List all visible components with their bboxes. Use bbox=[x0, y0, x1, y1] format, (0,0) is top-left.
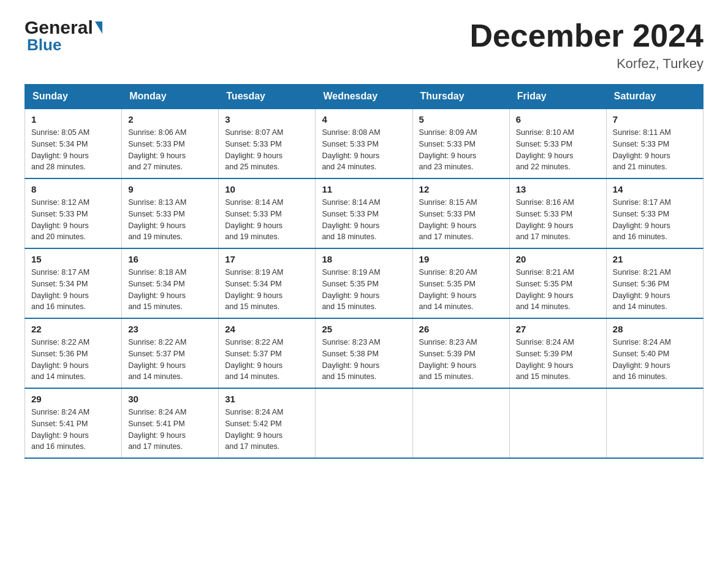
day-info: Sunrise: 8:22 AMSunset: 5:37 PMDaylight:… bbox=[225, 338, 283, 381]
day-number: 28 bbox=[613, 324, 697, 334]
month-title: December 2024 bbox=[469, 18, 703, 53]
day-number: 26 bbox=[419, 324, 503, 334]
calendar-cell bbox=[606, 388, 703, 458]
calendar-cell bbox=[509, 388, 606, 458]
header-tuesday: Tuesday bbox=[219, 85, 316, 109]
day-number: 20 bbox=[516, 254, 600, 264]
calendar-cell: 1 Sunrise: 8:05 AMSunset: 5:34 PMDayligh… bbox=[25, 109, 122, 178]
day-info: Sunrise: 8:18 AMSunset: 5:34 PMDaylight:… bbox=[128, 268, 186, 311]
day-number: 22 bbox=[31, 324, 115, 334]
day-info: Sunrise: 8:14 AMSunset: 5:33 PMDaylight:… bbox=[322, 198, 380, 241]
day-number: 1 bbox=[31, 114, 115, 124]
calendar-cell: 8 Sunrise: 8:12 AMSunset: 5:33 PMDayligh… bbox=[25, 178, 122, 248]
day-info: Sunrise: 8:24 AMSunset: 5:41 PMDaylight:… bbox=[31, 408, 89, 451]
day-info: Sunrise: 8:07 AMSunset: 5:33 PMDaylight:… bbox=[225, 128, 283, 171]
day-info: Sunrise: 8:24 AMSunset: 5:42 PMDaylight:… bbox=[225, 408, 283, 451]
page-header: General Blue December 2024 Korfez, Turke… bbox=[25, 18, 703, 72]
day-number: 24 bbox=[225, 324, 309, 334]
calendar-cell bbox=[316, 388, 412, 458]
calendar-week-3: 15 Sunrise: 8:17 AMSunset: 5:34 PMDaylig… bbox=[25, 248, 703, 318]
calendar-cell: 30 Sunrise: 8:24 AMSunset: 5:41 PMDaylig… bbox=[122, 388, 219, 458]
calendar-cell: 29 Sunrise: 8:24 AMSunset: 5:41 PMDaylig… bbox=[25, 388, 122, 458]
calendar-header: Sunday Monday Tuesday Wednesday Thursday… bbox=[25, 85, 703, 109]
calendar-cell: 5 Sunrise: 8:09 AMSunset: 5:33 PMDayligh… bbox=[412, 109, 509, 178]
calendar-cell bbox=[412, 388, 509, 458]
calendar-cell: 3 Sunrise: 8:07 AMSunset: 5:33 PMDayligh… bbox=[219, 109, 316, 178]
calendar-cell: 23 Sunrise: 8:22 AMSunset: 5:37 PMDaylig… bbox=[122, 318, 219, 388]
calendar-cell: 7 Sunrise: 8:11 AMSunset: 5:33 PMDayligh… bbox=[606, 109, 703, 178]
day-info: Sunrise: 8:11 AMSunset: 5:33 PMDaylight:… bbox=[613, 128, 671, 171]
calendar-cell: 21 Sunrise: 8:21 AMSunset: 5:36 PMDaylig… bbox=[606, 248, 703, 318]
calendar-cell: 2 Sunrise: 8:06 AMSunset: 5:33 PMDayligh… bbox=[122, 109, 219, 178]
calendar-cell: 28 Sunrise: 8:24 AMSunset: 5:40 PMDaylig… bbox=[606, 318, 703, 388]
day-number: 23 bbox=[128, 324, 212, 334]
day-info: Sunrise: 8:16 AMSunset: 5:33 PMDaylight:… bbox=[516, 198, 574, 241]
day-number: 6 bbox=[516, 114, 600, 124]
day-info: Sunrise: 8:13 AMSunset: 5:33 PMDaylight:… bbox=[128, 198, 186, 241]
day-number: 4 bbox=[322, 114, 406, 124]
calendar-cell: 10 Sunrise: 8:14 AMSunset: 5:33 PMDaylig… bbox=[219, 178, 316, 248]
title-section: December 2024 Korfez, Turkey bbox=[469, 18, 703, 72]
calendar-cell: 11 Sunrise: 8:14 AMSunset: 5:33 PMDaylig… bbox=[316, 178, 412, 248]
calendar-cell: 17 Sunrise: 8:19 AMSunset: 5:34 PMDaylig… bbox=[219, 248, 316, 318]
header-thursday: Thursday bbox=[412, 85, 509, 109]
day-info: Sunrise: 8:23 AMSunset: 5:38 PMDaylight:… bbox=[322, 338, 380, 381]
day-info: Sunrise: 8:20 AMSunset: 5:35 PMDaylight:… bbox=[419, 268, 477, 311]
header-sunday: Sunday bbox=[25, 85, 122, 109]
calendar-cell: 25 Sunrise: 8:23 AMSunset: 5:38 PMDaylig… bbox=[316, 318, 412, 388]
logo-triangle-icon bbox=[95, 21, 102, 34]
day-number: 2 bbox=[128, 114, 212, 124]
calendar-week-1: 1 Sunrise: 8:05 AMSunset: 5:34 PMDayligh… bbox=[25, 109, 703, 178]
day-number: 13 bbox=[516, 184, 600, 194]
day-info: Sunrise: 8:10 AMSunset: 5:33 PMDaylight:… bbox=[516, 128, 574, 171]
calendar-cell: 27 Sunrise: 8:24 AMSunset: 5:39 PMDaylig… bbox=[509, 318, 606, 388]
day-info: Sunrise: 8:22 AMSunset: 5:36 PMDaylight:… bbox=[31, 338, 89, 381]
day-number: 10 bbox=[225, 184, 309, 194]
day-number: 5 bbox=[419, 114, 503, 124]
header-monday: Monday bbox=[122, 85, 219, 109]
calendar-cell: 18 Sunrise: 8:19 AMSunset: 5:35 PMDaylig… bbox=[316, 248, 412, 318]
day-info: Sunrise: 8:21 AMSunset: 5:36 PMDaylight:… bbox=[613, 268, 671, 311]
day-info: Sunrise: 8:06 AMSunset: 5:33 PMDaylight:… bbox=[128, 128, 186, 171]
calendar-cell: 12 Sunrise: 8:15 AMSunset: 5:33 PMDaylig… bbox=[412, 178, 509, 248]
day-number: 25 bbox=[322, 324, 406, 334]
logo-general-text: General bbox=[25, 18, 93, 37]
calendar-cell: 9 Sunrise: 8:13 AMSunset: 5:33 PMDayligh… bbox=[122, 178, 219, 248]
calendar-table: Sunday Monday Tuesday Wednesday Thursday… bbox=[25, 84, 703, 459]
calendar-cell: 26 Sunrise: 8:23 AMSunset: 5:39 PMDaylig… bbox=[412, 318, 509, 388]
day-number: 31 bbox=[225, 394, 309, 404]
day-info: Sunrise: 8:15 AMSunset: 5:33 PMDaylight:… bbox=[419, 198, 477, 241]
calendar-week-2: 8 Sunrise: 8:12 AMSunset: 5:33 PMDayligh… bbox=[25, 178, 703, 248]
header-row: Sunday Monday Tuesday Wednesday Thursday… bbox=[25, 85, 703, 109]
day-number: 17 bbox=[225, 254, 309, 264]
header-wednesday: Wednesday bbox=[316, 85, 412, 109]
day-info: Sunrise: 8:24 AMSunset: 5:39 PMDaylight:… bbox=[516, 338, 574, 381]
calendar-cell: 14 Sunrise: 8:17 AMSunset: 5:33 PMDaylig… bbox=[606, 178, 703, 248]
calendar-cell: 22 Sunrise: 8:22 AMSunset: 5:36 PMDaylig… bbox=[25, 318, 122, 388]
day-info: Sunrise: 8:21 AMSunset: 5:35 PMDaylight:… bbox=[516, 268, 574, 311]
day-number: 14 bbox=[613, 184, 697, 194]
day-number: 7 bbox=[613, 114, 697, 124]
day-number: 21 bbox=[613, 254, 697, 264]
day-number: 15 bbox=[31, 254, 115, 264]
logo: General Blue bbox=[25, 18, 104, 53]
calendar-cell: 24 Sunrise: 8:22 AMSunset: 5:37 PMDaylig… bbox=[219, 318, 316, 388]
location-title: Korfez, Turkey bbox=[469, 56, 703, 72]
calendar-cell: 16 Sunrise: 8:18 AMSunset: 5:34 PMDaylig… bbox=[122, 248, 219, 318]
day-info: Sunrise: 8:22 AMSunset: 5:37 PMDaylight:… bbox=[128, 338, 186, 381]
day-info: Sunrise: 8:19 AMSunset: 5:35 PMDaylight:… bbox=[322, 268, 380, 311]
logo-blue-text: Blue bbox=[27, 37, 104, 53]
day-number: 8 bbox=[31, 184, 115, 194]
day-number: 12 bbox=[419, 184, 503, 194]
day-number: 30 bbox=[128, 394, 212, 404]
day-info: Sunrise: 8:19 AMSunset: 5:34 PMDaylight:… bbox=[225, 268, 283, 311]
header-saturday: Saturday bbox=[606, 85, 703, 109]
day-number: 27 bbox=[516, 324, 600, 334]
day-info: Sunrise: 8:08 AMSunset: 5:33 PMDaylight:… bbox=[322, 128, 380, 171]
day-info: Sunrise: 8:24 AMSunset: 5:40 PMDaylight:… bbox=[613, 338, 671, 381]
calendar-cell: 6 Sunrise: 8:10 AMSunset: 5:33 PMDayligh… bbox=[509, 109, 606, 178]
day-info: Sunrise: 8:12 AMSunset: 5:33 PMDaylight:… bbox=[31, 198, 89, 241]
day-number: 11 bbox=[322, 184, 406, 194]
day-number: 29 bbox=[31, 394, 115, 404]
header-friday: Friday bbox=[509, 85, 606, 109]
